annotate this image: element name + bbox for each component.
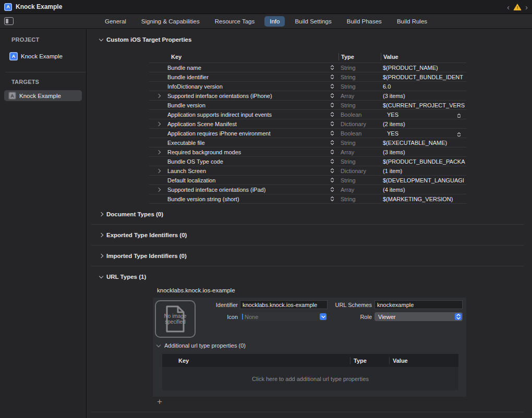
property-value-cell[interactable]: 6.0 <box>381 83 466 90</box>
key-stepper-icon[interactable] <box>330 65 334 70</box>
property-key-cell[interactable]: Application supports indirect input even… <box>149 112 338 118</box>
property-row[interactable]: Supported interface orientations (iPhone… <box>149 91 466 101</box>
value-stepper-icon[interactable] <box>457 113 461 118</box>
property-key-cell[interactable]: Default localization <box>149 177 338 183</box>
property-value-cell[interactable]: $(PRODUCT_NAME) <box>381 65 466 71</box>
key-stepper-icon[interactable] <box>330 121 334 127</box>
combobox-chevron-button[interactable] <box>320 313 327 320</box>
property-row[interactable]: Launch ScreenDictionary(1 item) <box>149 166 466 176</box>
tab-build-settings[interactable]: Build Settings <box>289 16 336 27</box>
property-row[interactable]: Bundle nameString$(PRODUCT_NAME) <box>149 63 466 72</box>
property-value-cell[interactable]: (3 items) <box>381 149 466 155</box>
warning-icon[interactable]: ! <box>513 3 522 10</box>
tab-resource-tags[interactable]: Resource Tags <box>210 16 260 27</box>
property-row[interactable]: Required background modesArray(3 items) <box>149 147 466 157</box>
property-key-cell[interactable]: Bundle name <box>149 65 338 71</box>
tab-general[interactable]: General <box>100 16 131 27</box>
property-value-cell[interactable]: $(EXECUTABLE_NAME) <box>381 140 466 146</box>
property-value-cell[interactable]: $(PRODUCT_BUNDLE_IDENT <box>381 74 466 80</box>
property-row[interactable]: Executable fileString$(EXECUTABLE_NAME) <box>149 138 466 147</box>
property-type-cell[interactable]: String <box>338 83 381 90</box>
section-document-types[interactable]: Document Types (0) <box>100 211 532 218</box>
role-popup-button[interactable]: Viewer <box>374 312 463 321</box>
key-stepper-icon[interactable] <box>330 196 334 202</box>
section-imported-type-identifiers[interactable]: Imported Type Identifiers (0) <box>100 252 532 260</box>
disclosure-down-icon[interactable] <box>99 36 103 41</box>
property-type-cell[interactable]: String <box>338 196 381 202</box>
property-value-cell[interactable]: $(DEVELOPMENT_LANGUAGI <box>381 177 466 183</box>
property-type-cell[interactable]: String <box>338 140 381 146</box>
property-row[interactable]: Bundle versionString$(CURRENT_PROJECT_VE… <box>149 101 466 110</box>
key-stepper-icon[interactable] <box>330 149 334 155</box>
property-key-cell[interactable]: Supported interface orientations (iPad) <box>149 187 338 193</box>
identifier-input[interactable] <box>240 300 328 309</box>
key-stepper-icon[interactable] <box>330 187 334 192</box>
property-key-cell[interactable]: Bundle OS Type code <box>149 158 338 165</box>
sidebar-item-project[interactable]: A Knock Example <box>4 51 82 62</box>
property-key-cell[interactable]: Supported interface orientations (iPhone… <box>149 93 338 99</box>
forward-chevron-icon[interactable]: › <box>525 3 528 11</box>
property-value-cell[interactable]: (1 item) <box>381 168 466 174</box>
property-row[interactable]: Application requires iPhone environmentB… <box>149 129 466 138</box>
property-type-cell[interactable]: String <box>338 177 381 183</box>
key-stepper-icon[interactable] <box>330 177 334 183</box>
property-row[interactable]: Supported interface orientations (iPad)A… <box>149 185 466 194</box>
property-value-cell[interactable]: (2 items) <box>381 121 466 127</box>
property-key-cell[interactable]: Bundle identifier <box>149 74 338 80</box>
value-stepper-icon[interactable] <box>457 132 461 137</box>
disclosure-right-icon[interactable] <box>157 122 167 126</box>
property-type-cell[interactable]: Array <box>338 187 381 193</box>
property-key-cell[interactable]: InfoDictionary version <box>149 83 338 90</box>
property-row[interactable]: Bundle OS Type codeString$(PRODUCT_BUNDL… <box>149 157 466 166</box>
property-value-cell[interactable]: $(CURRENT_PROJECT_VERS <box>381 102 466 108</box>
property-key-cell[interactable]: Application requires iPhone environment <box>149 130 338 137</box>
tab-info[interactable]: Info <box>264 16 285 27</box>
disclosure-right-icon[interactable] <box>157 94 167 97</box>
url-schemes-input[interactable] <box>374 300 463 309</box>
disclosure-down-icon[interactable] <box>99 274 103 278</box>
key-stepper-icon[interactable] <box>330 112 334 117</box>
section-custom-ios-target-properties[interactable]: Custom iOS Target Properties <box>100 36 532 43</box>
property-key-cell[interactable]: Launch Screen <box>149 168 338 174</box>
section-exported-type-identifiers[interactable]: Exported Type Identifiers (0) <box>100 231 532 239</box>
property-type-cell[interactable]: Boolean <box>338 112 381 118</box>
disclosure-right-icon[interactable] <box>99 254 103 258</box>
property-row[interactable]: Application supports indirect input even… <box>149 110 466 119</box>
property-type-cell[interactable]: Array <box>338 149 381 155</box>
property-row[interactable]: Default localizationString$(DEVELOPMENT_… <box>149 176 466 185</box>
property-row[interactable]: Bundle identifierString$(PRODUCT_BUNDLE_… <box>149 72 466 82</box>
disclosure-right-icon[interactable] <box>157 188 167 191</box>
key-stepper-icon[interactable] <box>330 83 334 89</box>
add-additional-properties-row[interactable]: Click here to add additional url type pr… <box>162 367 458 390</box>
disclosure-right-icon[interactable] <box>157 169 167 173</box>
property-value-cell[interactable]: $(MARKETING_VERSION) <box>381 196 466 202</box>
tab-signing-capabilities[interactable]: Signing & Capabilities <box>136 16 205 27</box>
property-type-cell[interactable]: Array <box>338 93 381 99</box>
key-stepper-icon[interactable] <box>330 140 334 145</box>
disclosure-right-icon[interactable] <box>157 151 167 154</box>
property-type-cell[interactable]: Boolean <box>338 130 381 137</box>
tab-build-rules[interactable]: Build Rules <box>392 16 432 27</box>
key-stepper-icon[interactable] <box>330 93 334 99</box>
property-row[interactable]: Bundle version string (short)String$(MAR… <box>149 194 466 204</box>
property-key-cell[interactable]: Application Scene Manifest <box>149 121 338 127</box>
property-value-cell[interactable]: YES <box>381 130 466 137</box>
property-value-cell[interactable]: YES <box>381 112 466 118</box>
icon-image-well[interactable]: No image specified <box>155 300 196 338</box>
disclosure-right-icon[interactable] <box>99 212 103 216</box>
property-type-cell[interactable]: String <box>338 102 381 108</box>
key-stepper-icon[interactable] <box>330 168 334 174</box>
tab-build-phases[interactable]: Build Phases <box>342 16 387 27</box>
section-url-types[interactable]: URL Types (1) <box>100 273 532 280</box>
property-key-cell[interactable]: Bundle version string (short) <box>149 196 338 202</box>
property-key-cell[interactable]: Bundle version <box>149 102 338 108</box>
property-type-cell[interactable]: String <box>338 158 381 165</box>
property-type-cell[interactable]: Dictionary <box>338 121 381 127</box>
key-stepper-icon[interactable] <box>330 158 334 164</box>
property-type-cell[interactable]: Dictionary <box>338 168 381 174</box>
property-value-cell[interactable]: (4 items) <box>381 187 466 193</box>
property-type-cell[interactable]: String <box>338 65 381 71</box>
key-stepper-icon[interactable] <box>330 74 334 80</box>
sidebar-item-target[interactable]: A Knock Example <box>4 90 82 101</box>
key-stepper-icon[interactable] <box>330 130 334 136</box>
